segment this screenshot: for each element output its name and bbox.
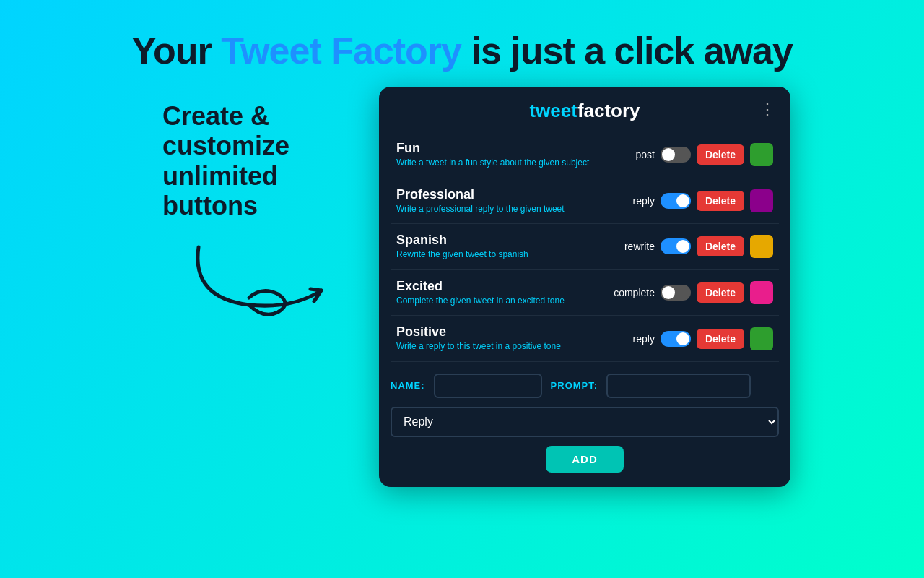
item-controls-2: rewrite Delete	[624, 235, 773, 258]
action-label-1: reply	[633, 195, 655, 207]
form-name-row: NAME: PROMPT:	[391, 374, 779, 398]
delete-button-0[interactable]: Delete	[697, 144, 744, 165]
prompt-label: PROMPT:	[551, 380, 598, 391]
toggle-0[interactable]	[661, 147, 691, 163]
toggle-2[interactable]	[661, 238, 691, 254]
toggle-4[interactable]	[661, 331, 691, 347]
item-controls-3: complete Delete	[614, 281, 773, 304]
color-swatch-0[interactable]	[750, 143, 773, 166]
name-input[interactable]	[434, 374, 542, 398]
rows-container: Fun Write a tweet in a fun style about t…	[379, 132, 790, 362]
item-controls-0: post Delete	[636, 143, 774, 166]
tagline: Create & customize unlimited buttons	[162, 101, 365, 221]
item-row: Professional Write a professional reply …	[391, 178, 779, 225]
color-swatch-2[interactable]	[750, 235, 773, 258]
item-row: Spanish Rewrite the given tweet to spani…	[391, 224, 779, 270]
logo-part2: factory	[578, 100, 640, 121]
action-label-2: rewrite	[624, 241, 655, 252]
add-button[interactable]: ADD	[546, 446, 624, 473]
action-select[interactable]: ReplyPostRewriteComplete	[391, 407, 779, 437]
toggle-3[interactable]	[661, 285, 691, 301]
main-area: Create & customize unlimited buttons twe…	[0, 87, 924, 487]
app-header: tweetfactory ⋮	[379, 87, 790, 132]
item-row: Excited Complete the given tweet in an e…	[391, 270, 779, 316]
delete-button-1[interactable]: Delete	[697, 191, 744, 211]
item-desc-0: Write a tweet in a fun style about the g…	[396, 158, 630, 169]
item-controls-4: reply Delete	[633, 327, 773, 350]
item-controls-1: reply Delete	[633, 189, 773, 212]
item-desc-3: Complete the given tweet in an excited t…	[396, 296, 608, 307]
item-row: Positive Write a reply to this tweet in …	[391, 316, 779, 362]
item-name-2: Spanish	[396, 233, 619, 248]
action-label-4: reply	[633, 333, 655, 345]
item-name-0: Fun	[396, 141, 630, 156]
decorative-arrow	[177, 240, 350, 327]
form-area: NAME: PROMPT: ReplyPostRewriteComplete A…	[379, 362, 790, 473]
item-name-4: Positive	[396, 324, 627, 340]
item-info-2: Spanish Rewrite the given tweet to spani…	[396, 233, 619, 261]
delete-button-3[interactable]: Delete	[697, 282, 744, 303]
item-info-4: Positive Write a reply to this tweet in …	[396, 324, 627, 353]
action-label-3: complete	[614, 287, 655, 298]
left-panel: Create & customize unlimited buttons	[134, 87, 379, 327]
item-desc-4: Write a reply to this tweet in a positiv…	[396, 341, 627, 353]
app-logo: tweetfactory	[529, 100, 640, 122]
item-info-1: Professional Write a professional reply …	[396, 187, 627, 215]
menu-dots-icon[interactable]: ⋮	[759, 100, 776, 119]
action-label-0: post	[636, 149, 655, 160]
color-swatch-3[interactable]	[750, 281, 773, 304]
item-name-3: Excited	[396, 279, 608, 294]
delete-button-4[interactable]: Delete	[697, 329, 744, 349]
item-desc-2: Rewrite the given tweet to spanish	[396, 249, 619, 261]
item-desc-1: Write a professional reply to the given …	[396, 204, 627, 215]
item-name-1: Professional	[396, 187, 627, 202]
title-prefix: Your	[131, 30, 221, 72]
name-label: NAME:	[391, 380, 425, 391]
item-info-3: Excited Complete the given tweet in an e…	[396, 279, 608, 307]
title-suffix: is just a click away	[461, 30, 793, 72]
logo-part1: tweet	[529, 100, 577, 121]
color-swatch-4[interactable]	[750, 327, 773, 350]
title-highlight: Tweet Factory	[221, 30, 461, 72]
delete-button-2[interactable]: Delete	[697, 236, 744, 256]
color-swatch-1[interactable]	[750, 189, 773, 212]
item-info-0: Fun Write a tweet in a fun style about t…	[396, 141, 630, 169]
toggle-1[interactable]	[661, 193, 691, 209]
prompt-input[interactable]	[606, 374, 751, 398]
item-row: Fun Write a tweet in a fun style about t…	[391, 132, 779, 178]
app-panel: tweetfactory ⋮ Fun Write a tweet in a fu…	[379, 87, 790, 487]
page-title: Your Tweet Factory is just a click away	[131, 29, 793, 72]
